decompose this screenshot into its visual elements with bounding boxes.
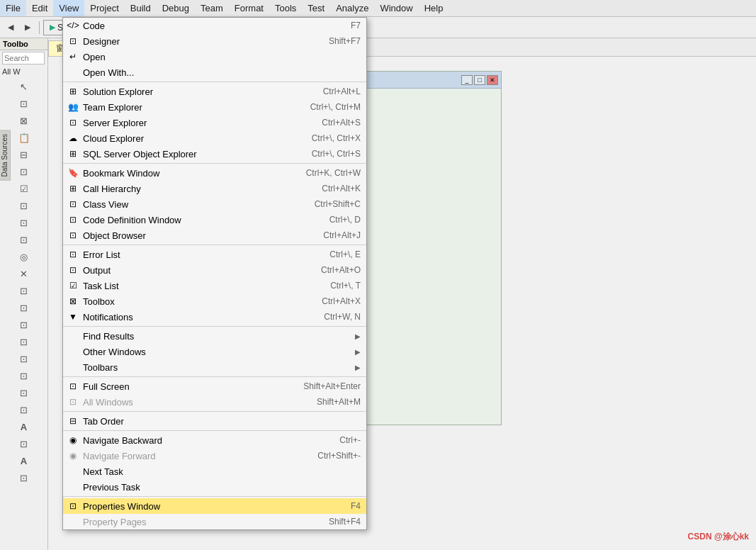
menu-window[interactable]: Window — [374, 0, 418, 16]
menu-file[interactable]: File — [0, 0, 26, 16]
menu-item-notifications[interactable]: ▼NotificationsCtrl+W, N — [63, 309, 366, 325]
menu-item-server-explorer[interactable]: ⊡Server ExplorerCtrl+Alt+S — [63, 115, 366, 130]
menu-item-full-screen[interactable]: ⊡Full ScreenShift+Alt+Enter — [63, 378, 366, 394]
side-icon-cursor[interactable]: ↖ — [16, 79, 32, 94]
side-icon-9[interactable]: ⊡ — [16, 232, 32, 247]
side-icon-15[interactable]: ⊡ — [16, 351, 32, 366]
menu-format[interactable]: Format — [229, 0, 269, 16]
menu-project[interactable]: Project — [84, 0, 124, 16]
side-icon-2[interactable]: ⊠ — [16, 113, 32, 128]
menu-item-previous-task[interactable]: Previous Task — [63, 479, 366, 495]
menu-label-sql-server: SQL Server Object Explorer — [83, 149, 298, 159]
side-icon-3[interactable]: 📋 — [16, 130, 32, 145]
menu-label-all-windows: All Windows — [83, 397, 303, 408]
menu-item-other-windows[interactable]: Other Windows▶ — [63, 344, 366, 359]
menu-shortcut-sql-server: Ctrl+\, Ctrl+S — [312, 149, 361, 159]
menu-shortcut-properties-window: F4 — [351, 501, 361, 511]
side-icon-16[interactable]: ⊡ — [16, 368, 32, 383]
menu-icon-call-hierarchy: ⊞ — [67, 183, 79, 194]
minimize-btn[interactable]: _ — [461, 75, 473, 85]
menu-item-tab-order[interactable]: ⊟Tab Order — [63, 413, 366, 429]
menu-build[interactable]: Build — [125, 0, 157, 16]
menu-shortcut-navigate-backward: Ctrl+- — [339, 435, 361, 445]
canvas-close-btn[interactable]: ✕ — [487, 75, 498, 85]
menu-test[interactable]: Test — [302, 0, 330, 16]
menu-label-previous-task: Previous Task — [83, 482, 361, 493]
menu-item-sql-server[interactable]: ⊞SQL Server Object ExplorerCtrl+\, Ctrl+… — [63, 146, 366, 162]
maximize-btn[interactable]: □ — [474, 75, 485, 85]
menu-icon-code-definition: ⊡ — [67, 214, 79, 225]
menu-shortcut-error-list: Ctrl+\, E — [329, 249, 361, 259]
menu-item-object-browser[interactable]: ⊡Object BrowserCtrl+Alt+J — [63, 228, 366, 243]
menu-item-find-results[interactable]: Find Results▶ — [63, 328, 366, 344]
side-icon-close[interactable]: ✕ — [16, 266, 32, 281]
menu-item-properties-window[interactable]: ⊡Properties WindowF4 — [63, 498, 366, 514]
menu-item-code[interactable]: </>CodeF7 — [63, 18, 366, 33]
menu-icon-code: </> — [67, 20, 79, 31]
menu-item-bookmark-window[interactable]: 🔖Bookmark WindowCtrl+K, Ctrl+W — [63, 165, 366, 181]
menu-separator-29 — [63, 411, 366, 412]
side-icon-a2[interactable]: A — [16, 453, 32, 468]
toolbox-label: Toolbo — [3, 40, 28, 48]
side-icon-18[interactable]: ⊡ — [16, 402, 32, 417]
menu-item-output[interactable]: ⊡OutputCtrl+Alt+O — [63, 262, 366, 278]
menu-item-call-hierarchy[interactable]: ⊞Call HierarchyCtrl+Alt+K — [63, 181, 366, 196]
menu-item-navigate-backward[interactable]: ◉Navigate BackwardCtrl+- — [63, 432, 366, 448]
menu-label-error-list: Error List — [83, 249, 315, 260]
side-icon-19[interactable]: ⊡ — [16, 436, 32, 451]
menu-icon-object-browser: ⊡ — [67, 230, 79, 241]
side-icon-7[interactable]: ⊡ — [16, 198, 32, 213]
menu-edit[interactable]: Edit — [26, 0, 53, 16]
side-icon-11[interactable]: ⊡ — [16, 283, 32, 298]
menu-label-bookmark-window: Bookmark Window — [83, 168, 292, 179]
view-dropdown-menu: </>CodeF7⊡DesignerShift+F7↵OpenOpen With… — [62, 17, 367, 530]
menu-label-class-view: Class View — [83, 199, 300, 210]
menu-shortcut-object-browser: Ctrl+Alt+J — [323, 230, 361, 240]
menu-view[interactable]: View — [53, 0, 84, 16]
back-btn[interactable]: ◀ — [3, 20, 18, 35]
menu-debug[interactable]: Debug — [157, 0, 195, 16]
side-icon-5[interactable]: ⊡ — [16, 164, 32, 179]
side-icon-17[interactable]: ⊡ — [16, 385, 32, 400]
menu-item-solution-explorer[interactable]: ⊞Solution ExplorerCtrl+Alt+L — [63, 84, 366, 99]
menu-item-open-with[interactable]: Open With... — [63, 64, 366, 80]
side-icon-14[interactable]: ⊡ — [16, 334, 32, 349]
menu-item-team-explorer[interactable]: 👥Team ExplorerCtrl+\, Ctrl+M — [63, 99, 366, 115]
menu-label-navigate-backward: Navigate Backward — [83, 435, 325, 446]
side-icon-12[interactable]: ⊡ — [16, 300, 32, 315]
menu-item-open[interactable]: ↵Open — [63, 49, 366, 64]
side-icon-20[interactable]: ⊡ — [16, 470, 32, 486]
side-icon-6[interactable]: ☑ — [16, 181, 32, 196]
menu-item-toolbars[interactable]: Toolbars▶ — [63, 359, 366, 375]
menu-label-code-definition: Code Definition Window — [83, 215, 315, 225]
side-icon-10[interactable]: ◎ — [16, 249, 32, 264]
menu-item-task-list[interactable]: ☑Task ListCtrl+\, T — [63, 278, 366, 293]
menu-icon-notifications: ▼ — [67, 311, 79, 322]
menu-item-designer[interactable]: ⊡DesignerShift+F7 — [63, 33, 366, 49]
fwd-btn[interactable]: ▶ — [20, 20, 35, 35]
side-icon-1[interactable]: ⊡ — [16, 96, 32, 111]
menu-item-next-task[interactable]: Next Task — [63, 464, 366, 479]
menu-team[interactable]: Team — [195, 0, 229, 16]
menu-item-error-list[interactable]: ⊡Error ListCtrl+\, E — [63, 247, 366, 262]
side-icon-a1[interactable]: A — [16, 419, 32, 434]
sep1 — [39, 21, 40, 34]
menu-shortcut-solution-explorer: Ctrl+Alt+L — [323, 86, 361, 96]
menu-label-solution-explorer: Solution Explorer — [83, 86, 309, 97]
menu-analyze[interactable]: Analyze — [330, 0, 374, 16]
menu-separator-22 — [63, 326, 366, 327]
menu-item-cloud-explorer[interactable]: ☁Cloud ExplorerCtrl+\, Ctrl+X — [63, 130, 366, 146]
menu-tools[interactable]: Tools — [269, 0, 302, 16]
menu-item-code-definition[interactable]: ⊡Code Definition WindowCtrl+\, D — [63, 212, 366, 228]
side-icon-13[interactable]: ⊡ — [16, 317, 32, 332]
side-icon-4[interactable]: ⊟ — [16, 147, 32, 162]
menu-help[interactable]: Help — [419, 0, 449, 16]
menu-item-class-view[interactable]: ⊡Class ViewCtrl+Shift+C — [63, 196, 366, 212]
side-icon-8[interactable]: ⊡ — [16, 215, 32, 230]
menu-icon-output: ⊡ — [67, 264, 79, 276]
data-sources-label[interactable]: Data Sources — [0, 130, 11, 181]
search-input[interactable] — [2, 52, 45, 64]
menu-label-designer: Designer — [83, 36, 315, 47]
menu-item-toolbox[interactable]: ⊠ToolboxCtrl+Alt+X — [63, 293, 366, 309]
menu-shortcut-bookmark-window: Ctrl+K, Ctrl+W — [306, 168, 361, 178]
